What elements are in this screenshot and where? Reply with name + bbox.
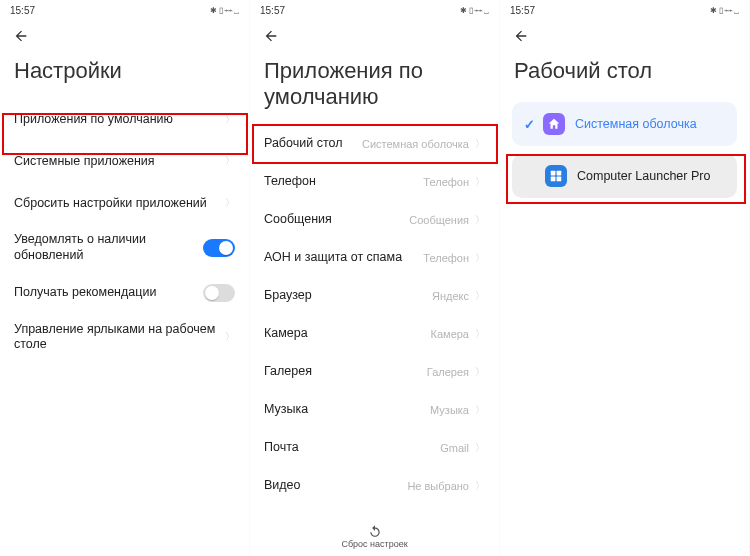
chevron-right-icon: 〉 xyxy=(225,330,235,344)
row-value: Системная оболочка xyxy=(362,138,469,150)
chevron-right-icon: 〉 xyxy=(225,196,235,210)
row-default-apps[interactable]: Приложения по умолчанию 〉 xyxy=(0,98,249,140)
row-label: Сбросить настройки приложений xyxy=(14,196,223,212)
row-value: Телефон xyxy=(423,252,469,264)
svg-rect-1 xyxy=(557,171,562,176)
row-label: Приложения по умолчанию xyxy=(14,112,223,128)
page-title: Приложения по умолчанию xyxy=(250,54,499,125)
row-label: АОН и защита от спама xyxy=(264,250,423,266)
row-caller-id[interactable]: АОН и защита от спама Телефон 〉 xyxy=(250,239,499,277)
launcher-label: Системная оболочка xyxy=(575,117,697,131)
chevron-right-icon: 〉 xyxy=(475,441,485,455)
launcher-label: Computer Launcher Pro xyxy=(577,169,710,183)
status-time: 15:57 xyxy=(260,5,285,16)
chevron-right-icon: 〉 xyxy=(475,213,485,227)
settings-panel: 15:57 ✱ ▯ ⌁⌁ ⎵ Настройки Приложения по у… xyxy=(0,0,250,556)
row-messaging[interactable]: Сообщения Сообщения 〉 xyxy=(250,201,499,239)
row-phone[interactable]: Телефон Телефон 〉 xyxy=(250,163,499,201)
page-title: Рабочий стол xyxy=(500,54,749,98)
home-screen-panel: 15:57 ✱ ▯ ⌁⌁ ⎵ Рабочий стол ✓ Системная … xyxy=(500,0,750,556)
status-time: 15:57 xyxy=(10,5,35,16)
row-label: Сообщения xyxy=(264,212,409,228)
home-icon xyxy=(543,113,565,135)
chevron-right-icon: 〉 xyxy=(225,113,235,127)
row-label: Рабочий стол xyxy=(264,136,362,152)
default-apps-panel: 15:57 ✱ ▯ ⌁⌁ ⎵ Приложения по умолчанию Р… xyxy=(250,0,500,556)
row-label: Галерея xyxy=(264,364,427,380)
back-button[interactable] xyxy=(512,27,530,45)
reset-icon xyxy=(367,524,383,538)
status-icons: ✱ ▯ ⌁⌁ ⎵ xyxy=(460,6,489,15)
chevron-right-icon: 〉 xyxy=(475,479,485,493)
status-icons: ✱ ▯ ⌁⌁ ⎵ xyxy=(210,6,239,15)
chevron-right-icon: 〉 xyxy=(475,289,485,303)
chevron-right-icon: 〉 xyxy=(475,403,485,417)
row-label: Почта xyxy=(264,440,440,456)
back-button[interactable] xyxy=(262,27,280,45)
status-icons: ✱ ▯ ⌁⌁ ⎵ xyxy=(710,6,739,15)
page-title: Настройки xyxy=(0,54,249,98)
chevron-right-icon: 〉 xyxy=(475,251,485,265)
svg-rect-3 xyxy=(557,177,562,182)
row-label: Системные приложения xyxy=(14,154,223,170)
status-bar: 15:57 ✱ ▯ ⌁⌁ ⎵ xyxy=(250,0,499,18)
row-camera[interactable]: Камера Камера 〉 xyxy=(250,315,499,353)
reset-label: Сброс настроек xyxy=(341,539,407,549)
reset-button[interactable]: Сброс настроек xyxy=(250,516,499,556)
status-time: 15:57 xyxy=(510,5,535,16)
arrow-left-icon xyxy=(263,28,279,44)
grid-icon xyxy=(545,165,567,187)
row-label: Телефон xyxy=(264,174,423,190)
check-icon: ✓ xyxy=(524,117,535,132)
row-value: Яндекс xyxy=(432,290,469,302)
launcher-option-computer[interactable]: Computer Launcher Pro xyxy=(512,154,737,198)
chevron-right-icon: 〉 xyxy=(475,327,485,341)
row-music[interactable]: Музыка Музыка 〉 xyxy=(250,391,499,429)
row-recommendations[interactable]: Получать рекомендации xyxy=(0,272,249,314)
back-button[interactable] xyxy=(12,27,30,45)
svg-rect-2 xyxy=(551,177,556,182)
row-value: Музыка xyxy=(430,404,469,416)
svg-rect-0 xyxy=(551,171,556,176)
row-label: Музыка xyxy=(264,402,430,418)
row-value: Сообщения xyxy=(409,214,469,226)
settings-list: Приложения по умолчанию 〉 Системные прил… xyxy=(0,98,249,556)
row-browser[interactable]: Браузер Яндекс 〉 xyxy=(250,277,499,315)
row-update-notifications[interactable]: Уведомлять о наличии обновлений xyxy=(0,224,249,271)
row-voice-assistant[interactable]: Голосовой помощник 〉 xyxy=(250,505,499,516)
row-label: Браузер xyxy=(264,288,432,304)
default-apps-list: Рабочий стол Системная оболочка 〉 Телефо… xyxy=(250,125,499,516)
row-value: Телефон xyxy=(423,176,469,188)
row-value: Камера xyxy=(431,328,469,340)
row-label: Камера xyxy=(264,326,431,342)
arrow-left-icon xyxy=(513,28,529,44)
row-desktop-shortcuts[interactable]: Управление ярлыками на рабочем столе 〉 xyxy=(0,314,249,361)
status-bar: 15:57 ✱ ▯ ⌁⌁ ⎵ xyxy=(0,0,249,18)
row-system-apps[interactable]: Системные приложения 〉 xyxy=(0,140,249,182)
chevron-right-icon: 〉 xyxy=(225,154,235,168)
row-video[interactable]: Видео Не выбрано 〉 xyxy=(250,467,499,505)
row-email[interactable]: Почта Gmail 〉 xyxy=(250,429,499,467)
row-value: Галерея xyxy=(427,366,469,378)
status-bar: 15:57 ✱ ▯ ⌁⌁ ⎵ xyxy=(500,0,749,18)
row-gallery[interactable]: Галерея Галерея 〉 xyxy=(250,353,499,391)
row-label: Уведомлять о наличии обновлений xyxy=(14,232,203,263)
toggle-updates[interactable] xyxy=(203,239,235,257)
toggle-recommendations[interactable] xyxy=(203,284,235,302)
chevron-right-icon: 〉 xyxy=(475,137,485,151)
launcher-option-system[interactable]: ✓ Системная оболочка xyxy=(512,102,737,146)
row-value: Не выбрано xyxy=(407,480,469,492)
row-label: Получать рекомендации xyxy=(14,285,203,301)
row-label: Видео xyxy=(264,478,407,494)
chevron-right-icon: 〉 xyxy=(475,175,485,189)
row-label: Управление ярлыками на рабочем столе xyxy=(14,322,223,353)
row-reset-app-settings[interactable]: Сбросить настройки приложений 〉 xyxy=(0,182,249,224)
chevron-right-icon: 〉 xyxy=(475,365,485,379)
row-value: Gmail xyxy=(440,442,469,454)
arrow-left-icon xyxy=(13,28,29,44)
row-home-screen[interactable]: Рабочий стол Системная оболочка 〉 xyxy=(250,125,499,163)
